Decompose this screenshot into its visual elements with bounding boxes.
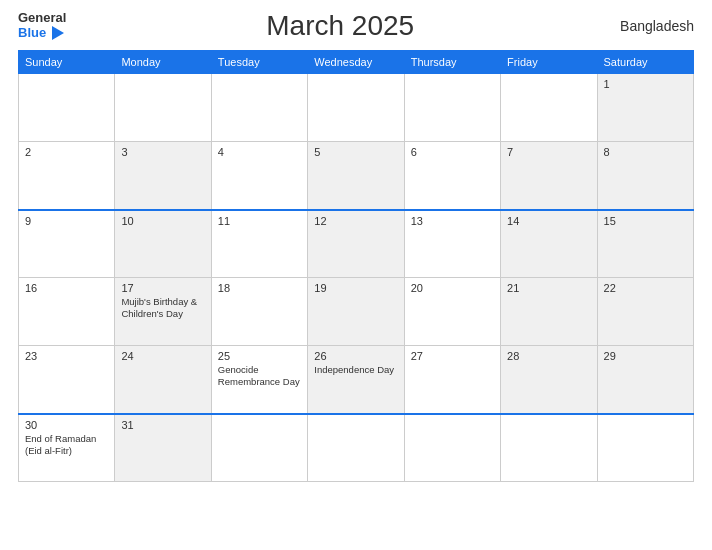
calendar-cell: 18 — [211, 278, 307, 346]
weekday-header: Friday — [501, 51, 597, 74]
day-number: 24 — [121, 350, 204, 362]
calendar-cell: 11 — [211, 210, 307, 278]
calendar-cell — [404, 414, 500, 482]
calendar-cell: 21 — [501, 278, 597, 346]
calendar-cell: 29 — [597, 346, 693, 414]
day-number: 6 — [411, 146, 494, 158]
calendar-cell: 1 — [597, 74, 693, 142]
calendar-cell: 20 — [404, 278, 500, 346]
weekday-header: Tuesday — [211, 51, 307, 74]
calendar-cell — [597, 414, 693, 482]
calendar-cell: 12 — [308, 210, 404, 278]
day-number: 27 — [411, 350, 494, 362]
calendar-cell: 3 — [115, 142, 211, 210]
calendar-cell: 25Genocide Remembrance Day — [211, 346, 307, 414]
calendar-row: 232425Genocide Remembrance Day26Independ… — [19, 346, 694, 414]
day-number: 2 — [25, 146, 108, 158]
day-number: 23 — [25, 350, 108, 362]
logo-flag-icon — [48, 24, 66, 42]
weekday-header: Thursday — [404, 51, 500, 74]
calendar-cell: 2 — [19, 142, 115, 210]
calendar-cell: 13 — [404, 210, 500, 278]
calendar-cell: 17Mujib's Birthday & Children's Day — [115, 278, 211, 346]
day-number: 18 — [218, 282, 301, 294]
country-label: Bangladesh — [614, 18, 694, 34]
day-event: Genocide Remembrance Day — [218, 364, 301, 389]
calendar-cell — [501, 74, 597, 142]
weekday-header: Wednesday — [308, 51, 404, 74]
calendar-cell: 22 — [597, 278, 693, 346]
svg-marker-0 — [52, 26, 64, 40]
calendar-cell: 14 — [501, 210, 597, 278]
calendar-cell: 7 — [501, 142, 597, 210]
day-number: 1 — [604, 78, 687, 90]
day-number: 7 — [507, 146, 590, 158]
page-title: March 2025 — [66, 10, 614, 42]
day-number: 28 — [507, 350, 590, 362]
calendar-row: 1617Mujib's Birthday & Children's Day181… — [19, 278, 694, 346]
calendar-row: 2345678 — [19, 142, 694, 210]
day-number: 14 — [507, 215, 590, 227]
day-number: 9 — [25, 215, 108, 227]
day-number: 26 — [314, 350, 397, 362]
day-number: 13 — [411, 215, 494, 227]
calendar-cell: 15 — [597, 210, 693, 278]
calendar-cell: 5 — [308, 142, 404, 210]
day-event: End of Ramadan (Eid al-Fitr) — [25, 433, 108, 458]
day-number: 3 — [121, 146, 204, 158]
day-number: 16 — [25, 282, 108, 294]
day-number: 20 — [411, 282, 494, 294]
calendar-cell — [115, 74, 211, 142]
day-number: 21 — [507, 282, 590, 294]
day-number: 30 — [25, 419, 108, 431]
weekday-header: Monday — [115, 51, 211, 74]
day-number: 15 — [604, 215, 687, 227]
calendar-cell: 26Independence Day — [308, 346, 404, 414]
calendar-cell: 27 — [404, 346, 500, 414]
calendar-cell: 31 — [115, 414, 211, 482]
calendar-cell: 4 — [211, 142, 307, 210]
calendar-cell: 6 — [404, 142, 500, 210]
calendar-cell: 16 — [19, 278, 115, 346]
calendar-cell: 9 — [19, 210, 115, 278]
day-number: 29 — [604, 350, 687, 362]
day-number: 19 — [314, 282, 397, 294]
day-number: 12 — [314, 215, 397, 227]
calendar-row: 9101112131415 — [19, 210, 694, 278]
day-number: 11 — [218, 215, 301, 227]
day-number: 8 — [604, 146, 687, 158]
calendar-cell — [501, 414, 597, 482]
day-number: 22 — [604, 282, 687, 294]
calendar-cell: 23 — [19, 346, 115, 414]
calendar-cell: 24 — [115, 346, 211, 414]
header: General Blue March 2025 Bangladesh — [18, 10, 694, 42]
calendar-cell — [308, 414, 404, 482]
weekday-header: Sunday — [19, 51, 115, 74]
calendar-cell: 30End of Ramadan (Eid al-Fitr) — [19, 414, 115, 482]
logo: General Blue — [18, 11, 66, 42]
day-number: 31 — [121, 419, 204, 431]
calendar-table: SundayMondayTuesdayWednesdayThursdayFrid… — [18, 50, 694, 482]
calendar-cell — [404, 74, 500, 142]
calendar-cell — [308, 74, 404, 142]
calendar-cell: 28 — [501, 346, 597, 414]
weekday-header: Saturday — [597, 51, 693, 74]
calendar-cell — [211, 74, 307, 142]
logo-blue: Blue — [18, 26, 46, 39]
day-number: 10 — [121, 215, 204, 227]
calendar-cell: 8 — [597, 142, 693, 210]
logo-general: General — [18, 11, 66, 24]
calendar-cell: 10 — [115, 210, 211, 278]
day-number: 25 — [218, 350, 301, 362]
calendar-row: 30End of Ramadan (Eid al-Fitr)31 — [19, 414, 694, 482]
day-number: 17 — [121, 282, 204, 294]
calendar-row: 1 — [19, 74, 694, 142]
day-event: Independence Day — [314, 364, 397, 376]
day-number: 4 — [218, 146, 301, 158]
calendar-cell — [211, 414, 307, 482]
day-number: 5 — [314, 146, 397, 158]
day-event: Mujib's Birthday & Children's Day — [121, 296, 204, 321]
calendar-cell: 19 — [308, 278, 404, 346]
calendar-page: General Blue March 2025 Bangladesh Sunda… — [0, 0, 712, 550]
calendar-cell — [19, 74, 115, 142]
